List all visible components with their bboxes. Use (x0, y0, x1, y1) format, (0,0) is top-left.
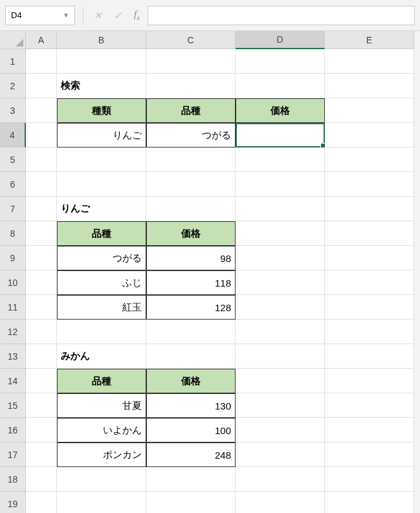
cell-D19[interactable] (236, 492, 325, 513)
column-header-C[interactable]: C (146, 31, 236, 49)
cell-D15[interactable] (236, 393, 325, 418)
cell-A5[interactable] (26, 147, 57, 172)
cell-E3[interactable] (325, 98, 414, 123)
row-header-17[interactable]: 17 (0, 442, 26, 467)
cell-E16[interactable] (325, 418, 414, 442)
select-all-corner[interactable] (0, 31, 26, 49)
search-type[interactable]: りんご (57, 123, 146, 147)
orange-header-1[interactable]: 価格 (146, 369, 236, 393)
row-header-7[interactable]: 7 (0, 197, 26, 221)
cell-A10[interactable] (26, 270, 57, 295)
cell-E13[interactable] (325, 344, 414, 369)
cell-E2[interactable] (325, 74, 414, 98)
cell-E4[interactable] (325, 123, 414, 147)
search-header-0[interactable]: 種類 (57, 98, 146, 123)
cell-A7[interactable] (26, 197, 57, 221)
cell-A9[interactable] (26, 246, 57, 270)
cell-A18[interactable] (26, 467, 57, 492)
fx-icon[interactable]: fx (134, 9, 140, 21)
apple-variety-1[interactable]: ふじ (57, 270, 146, 295)
cell-C2[interactable] (146, 74, 236, 98)
apple-price-1[interactable]: 118 (146, 270, 236, 295)
apple-header-0[interactable]: 品種 (57, 221, 146, 246)
cell-A15[interactable] (26, 393, 57, 418)
cell-E7[interactable] (325, 197, 414, 221)
cell-A14[interactable] (26, 369, 57, 393)
row-header-14[interactable]: 14 (0, 369, 26, 393)
orange-price-1[interactable]: 100 (146, 418, 236, 442)
column-header-A[interactable]: A (26, 31, 57, 49)
cell-D1[interactable] (236, 49, 325, 74)
cell-D9[interactable] (236, 246, 325, 270)
cell-E9[interactable] (325, 246, 414, 270)
cell-D5[interactable] (236, 147, 325, 172)
row-header-5[interactable]: 5 (0, 147, 26, 172)
cell-C12[interactable] (146, 320, 236, 344)
cell-A16[interactable] (26, 418, 57, 442)
cell-E15[interactable] (325, 393, 414, 418)
cell-E1[interactable] (325, 49, 414, 74)
cell-A4[interactable] (26, 123, 57, 147)
cell-D14[interactable] (236, 369, 325, 393)
row-header-11[interactable]: 11 (0, 295, 26, 320)
cell-D12[interactable] (236, 320, 325, 344)
apple-variety-0[interactable]: つがる (57, 246, 146, 270)
cell-B6[interactable] (57, 172, 146, 197)
cell-C5[interactable] (146, 147, 236, 172)
row-header-12[interactable]: 12 (0, 320, 26, 344)
row-header-16[interactable]: 16 (0, 418, 26, 442)
cell-D8[interactable] (236, 221, 325, 246)
cell-D10[interactable] (236, 270, 325, 295)
cell-E14[interactable] (325, 369, 414, 393)
orange-price-2[interactable]: 248 (146, 442, 236, 467)
row-header-2[interactable]: 2 (0, 74, 26, 98)
row-header-19[interactable]: 19 (0, 492, 26, 513)
cell-D16[interactable] (236, 418, 325, 442)
cell-B1[interactable] (57, 49, 146, 74)
apple-variety-2[interactable]: 紅玉 (57, 295, 146, 320)
cell-D17[interactable] (236, 442, 325, 467)
orange-variety-0[interactable]: 甘夏 (57, 393, 146, 418)
cell-A17[interactable] (26, 442, 57, 467)
cell-B5[interactable] (57, 147, 146, 172)
orange-price-0[interactable]: 130 (146, 393, 236, 418)
cell-D2[interactable] (236, 74, 325, 98)
row-header-10[interactable]: 10 (0, 270, 26, 295)
row-header-18[interactable]: 18 (0, 467, 26, 492)
orange-variety-2[interactable]: ポンカン (57, 442, 146, 467)
cell-A11[interactable] (26, 295, 57, 320)
cell-D13[interactable] (236, 344, 325, 369)
row-header-15[interactable]: 15 (0, 393, 26, 418)
apple-header-1[interactable]: 価格 (146, 221, 236, 246)
row-header-1[interactable]: 1 (0, 49, 26, 74)
cell-E19[interactable] (325, 492, 414, 513)
cell-B12[interactable] (57, 320, 146, 344)
search-variety[interactable]: つがる (146, 123, 236, 147)
label-search[interactable]: 検索 (57, 74, 146, 98)
row-header-13[interactable]: 13 (0, 344, 26, 369)
cell-C1[interactable] (146, 49, 236, 74)
cell-E18[interactable] (325, 467, 414, 492)
cell-B18[interactable] (57, 467, 146, 492)
formula-input[interactable] (148, 6, 415, 25)
cell-E5[interactable] (325, 147, 414, 172)
row-header-3[interactable]: 3 (0, 98, 26, 123)
cell-A8[interactable] (26, 221, 57, 246)
label-apple[interactable]: りんご (57, 197, 146, 221)
cell-A3[interactable] (26, 98, 57, 123)
cell-B19[interactable] (57, 492, 146, 513)
cell-E11[interactable] (325, 295, 414, 320)
label-orange[interactable]: みかん (57, 344, 146, 369)
row-header-4[interactable]: 4 (0, 123, 26, 147)
apple-price-2[interactable]: 128 (146, 295, 236, 320)
cell-D11[interactable] (236, 295, 325, 320)
search-header-1[interactable]: 品種 (146, 98, 236, 123)
cell-E10[interactable] (325, 270, 414, 295)
cell-A6[interactable] (26, 172, 57, 197)
cell-E8[interactable] (325, 221, 414, 246)
cell-C13[interactable] (146, 344, 236, 369)
column-header-B[interactable]: B (57, 31, 146, 49)
cell-D7[interactable] (236, 197, 325, 221)
apple-price-0[interactable]: 98 (146, 246, 236, 270)
cell-C18[interactable] (146, 467, 236, 492)
